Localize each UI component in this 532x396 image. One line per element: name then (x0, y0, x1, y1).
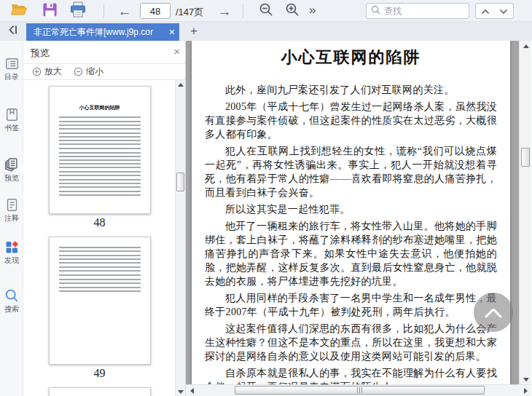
open-file-button[interactable] (9, 2, 28, 20)
scroll-right-button[interactable] (520, 385, 531, 396)
bookmark-icon (5, 108, 19, 122)
thumbnail-image[interactable] (49, 387, 151, 396)
thumbnail-image[interactable] (49, 237, 151, 365)
save-button[interactable] (40, 2, 59, 20)
thumb-text-lines (59, 266, 141, 272)
triangle-down-icon (523, 378, 529, 381)
preview-panel: 预览 × 放大 缩小 小心互联网的陷阱 (23, 41, 186, 396)
document-page: 小心互联网的陷阱 此外，座间九尸案还引发了人们对互联网的关注。 2005年（平成… (192, 41, 510, 384)
preview-toolbar: 放大 缩小 (23, 64, 185, 80)
document-area: 小心互联网的陷阱 此外，座间九尸案还引发了人们对互联网的关注。 2005年（平成… (186, 41, 532, 396)
thumb-text-lines (59, 121, 141, 130)
page-number-input[interactable] (140, 3, 171, 19)
save-icon (42, 2, 58, 20)
scroll-left-button[interactable] (187, 385, 197, 396)
sidebar-item-label: 目录 (1, 72, 22, 82)
chevron-left-bar-icon (7, 24, 18, 39)
circle-minus-icon (74, 67, 83, 76)
thumb-text-lines (59, 247, 141, 252)
preview-title: 预览 (31, 47, 50, 60)
thumb-text-lines (59, 171, 141, 176)
scroll-up-button[interactable] (520, 41, 532, 50)
thumb-zoom-in-label: 放大 (44, 66, 62, 78)
thumb-text-lines (59, 287, 141, 292)
sidebar-item-toc[interactable]: 目录 (0, 57, 23, 82)
horizontal-scrollbar[interactable] (186, 384, 531, 396)
tab-close-icon[interactable]: × (169, 26, 175, 38)
sidebar-item-label: 预览 (1, 173, 22, 183)
triangle-up-icon (178, 83, 184, 87)
sidebar-item-bookmarks[interactable]: 书签 (0, 108, 23, 133)
magnifier-plus-icon (285, 2, 300, 20)
find-previous-button[interactable] (475, 3, 495, 19)
thumb-text-lines (59, 279, 141, 284)
prev-page-button[interactable]: ← (115, 2, 134, 20)
document-title: 小心互联网的陷阱 (205, 47, 497, 68)
thumbnail-page-number: 48 (49, 216, 151, 231)
preview-header: 预览 × (23, 41, 185, 64)
active-panel-notch (18, 163, 23, 173)
scroll-to-top-button[interactable] (474, 293, 513, 332)
document-tab[interactable]: 非正常死亡事件簿[www.j9p.cor × (26, 23, 179, 41)
thumb-text-lines (59, 274, 141, 276)
sidebar-item-annotations[interactable]: 注释 (0, 198, 23, 223)
tab-bar: 非正常死亡事件簿[www.j9p.cor × + (0, 22, 532, 41)
preview-scrollbar[interactable] (175, 80, 185, 396)
sidebar-item-label: 书签 (1, 123, 22, 133)
thumbnail-image[interactable]: 小心互联网的陷阱 (49, 86, 151, 214)
thumb-zoom-in-button[interactable]: 放大 (32, 66, 62, 78)
search-icon (4, 288, 19, 303)
scroll-down-button[interactable] (176, 387, 186, 396)
thumbnail-list: 小心互联网的陷阱 48 (23, 80, 176, 396)
toolbar-separator (103, 4, 104, 17)
add-tab-button[interactable]: + (185, 23, 203, 40)
thumbnail-page-number: 49 (49, 367, 151, 381)
document-paragraph: 自杀原本就是很私人的事，我实在不能理解为什么有人要找个伴一起死，更何况是素未谋面… (205, 366, 497, 384)
document-paragraph: 这起案件值得人们深思的东西有很多，比如犯人为什么会产生这种性癖？但这不是本文的重… (205, 322, 497, 363)
toc-icon (5, 57, 19, 71)
note-page-icon (5, 198, 19, 212)
vertical-scrollbar[interactable] (519, 41, 531, 384)
thumb-text-lines (59, 191, 141, 196)
sidebar-item-discover[interactable]: 发现 (0, 240, 23, 266)
document-paragraph: 犯人在互联网上找到想轻生的女性，谎称“我们可以烧点煤一起死”，再将女性诱骗出来。… (205, 144, 497, 199)
scrollbar-grip-icon (357, 387, 363, 393)
triangle-down-icon (178, 390, 184, 394)
magnifier-minus-icon (259, 2, 273, 20)
scroll-up-button[interactable] (176, 80, 186, 89)
chevron-down-icon (499, 4, 508, 17)
thumb-text-lines (59, 132, 141, 145)
scroll-down-button[interactable] (520, 375, 532, 384)
print-button[interactable] (69, 2, 87, 20)
discover-icon (5, 240, 19, 254)
thumb-zoom-out-button[interactable]: 缩小 (74, 66, 103, 78)
folder-open-icon (10, 2, 28, 20)
scrollbar-thumb[interactable] (176, 173, 184, 191)
left-sidebar: 目录 书签 预览 注释 发现 搜索 (0, 41, 23, 396)
sidebar-item-label: 发现 (1, 256, 22, 266)
circle-plus-icon (32, 67, 42, 76)
thumb-zoom-out-label: 缩小 (86, 66, 103, 78)
preview-close-icon[interactable]: × (173, 45, 180, 58)
zoom-out-button[interactable] (257, 2, 275, 20)
printer-icon (69, 1, 87, 20)
scrollbar-thumb[interactable] (235, 386, 485, 395)
chevron-up-icon (481, 4, 490, 17)
more-tools-button[interactable]: » (309, 3, 316, 17)
pdf-reader-window: ← /147页 → » 非正常死亡事件簿[www.j9p.co (0, 0, 532, 396)
scrollbar-thumb[interactable] (521, 148, 530, 167)
triangle-up-icon (523, 44, 529, 48)
thumb-text-lines (59, 255, 141, 264)
sidebar-item-search[interactable]: 搜索 (0, 288, 23, 314)
document-paragraph: 犯人用同样的手段杀害了一名男中学生和一名成年男性，最终于2007年（平成十九年）… (205, 291, 497, 319)
chevron-up-icon (484, 306, 503, 318)
document-paragraph: 他开了一辆租来的旅行车，将女性带入山里。他将她的手脚绑住，套上白袜子，将蘸了涂料… (205, 219, 497, 288)
collapse-tabs-button[interactable] (1, 23, 23, 40)
thumbnail-page-49: 49 (49, 237, 151, 381)
document-viewport[interactable]: 小心互联网的陷阱 此外，座间九尸案还引发了人们对互联网的关注。 2005年（平成… (186, 41, 519, 384)
search-icon (371, 4, 380, 17)
zoom-in-button[interactable] (283, 2, 302, 20)
next-page-button[interactable]: → (215, 2, 234, 20)
tab-title: 非正常死亡事件簿[www.j9p.cor (34, 26, 167, 39)
find-next-button[interactable] (494, 3, 514, 19)
